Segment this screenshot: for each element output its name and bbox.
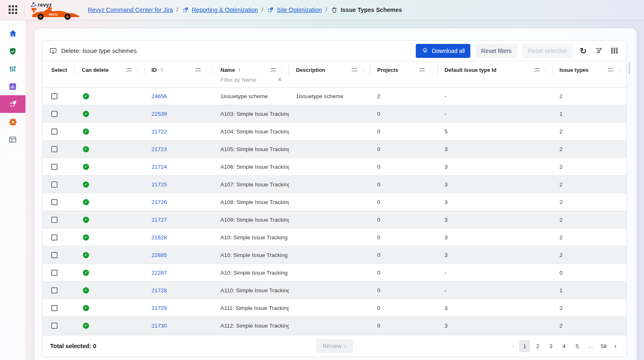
- cell-issue-types: 2: [552, 229, 626, 246]
- row-id-link[interactable]: 21725: [151, 181, 167, 188]
- can-delete-check-icon: ✓: [83, 234, 89, 241]
- breadcrumb: Revyz Command Center for Jira / Reportin…: [88, 7, 402, 14]
- refresh-button[interactable]: ↻: [578, 46, 589, 56]
- filter-menu-icon[interactable]: [419, 68, 425, 71]
- sidebar-item-data-protection[interactable]: [0, 42, 25, 60]
- row-id-link[interactable]: 21722: [151, 128, 167, 135]
- sidebar-item-settings[interactable]: [0, 113, 25, 131]
- reset-selection-button[interactable]: Reset selection: [522, 44, 573, 58]
- column-menu-icon[interactable]: ⋮: [616, 67, 622, 73]
- row-id-link[interactable]: 21730: [151, 323, 167, 329]
- sidebar-item-home[interactable]: [0, 25, 25, 42]
- page-button[interactable]: 58: [598, 340, 609, 352]
- row-id-link[interactable]: 21724: [151, 164, 167, 170]
- page-button[interactable]: 3: [545, 340, 556, 352]
- cell-name: A10: Simple Issue Tracking Issu: [213, 229, 289, 246]
- cell-name: A111: Simple Issue Tracking Iss: [213, 299, 289, 316]
- app-switcher-icon[interactable]: [9, 5, 18, 14]
- page-button[interactable]: 2: [532, 340, 543, 352]
- filter-menu-icon[interactable]: [270, 68, 276, 71]
- column-menu-icon[interactable]: ⋮: [135, 67, 140, 73]
- breadcrumb-link-reporting-optimization[interactable]: Reporting & Optimization: [182, 7, 258, 14]
- review-button[interactable]: Review ›: [316, 339, 353, 353]
- row-id-link[interactable]: 22539: [151, 111, 167, 117]
- filter-menu-icon[interactable]: [126, 68, 132, 71]
- cell-description: [289, 193, 370, 211]
- manage-columns-button[interactable]: [609, 46, 620, 56]
- row-id-link[interactable]: 22885: [151, 252, 167, 258]
- row-checkbox[interactable]: [51, 181, 57, 188]
- page-button[interactable]: 5: [572, 340, 582, 352]
- sidebar-item-app-window[interactable]: [0, 131, 25, 148]
- row-id-link[interactable]: 21726: [151, 199, 167, 205]
- breadcrumb-link-command-center[interactable]: Revyz Command Center for Jira: [88, 7, 173, 13]
- row-id-link[interactable]: 21729: [151, 305, 167, 311]
- cell-default-issue-type-id: 3: [438, 229, 552, 246]
- column-menu-icon[interactable]: ⋮: [543, 67, 548, 73]
- breadcrumb-current-issue-types-schemes: Issue Types Schemes: [331, 7, 402, 14]
- column-menu-icon[interactable]: ⋮: [428, 67, 433, 73]
- pagination-next-button[interactable]: ›: [612, 342, 619, 350]
- row-checkbox[interactable]: [51, 128, 57, 135]
- sidebar-item-analytics[interactable]: [0, 78, 25, 95]
- name-filter-input[interactable]: [220, 77, 274, 83]
- filter-menu-icon[interactable]: [352, 68, 358, 71]
- can-delete-check-icon: ✓: [83, 305, 89, 311]
- table-body: ✓ 24656 1issuetype scheme 1issuetype sch…: [43, 87, 626, 335]
- cell-description: [289, 264, 370, 281]
- row-checkbox[interactable]: [51, 234, 57, 241]
- row-checkbox[interactable]: [51, 146, 57, 152]
- sort-ascending-icon[interactable]: ↑: [238, 66, 241, 73]
- row-id-link[interactable]: 21628: [151, 234, 167, 241]
- cell-description: [289, 176, 370, 193]
- disable-filters-button[interactable]: [594, 46, 604, 56]
- filter-menu-icon[interactable]: [608, 68, 614, 71]
- row-id-link[interactable]: 21728: [151, 287, 167, 294]
- reset-filters-button[interactable]: Reset filters: [475, 44, 517, 58]
- page-button[interactable]: 4: [559, 340, 569, 352]
- cell-description: [289, 158, 370, 175]
- row-checkbox[interactable]: [51, 270, 57, 276]
- row-id-link[interactable]: 22287: [151, 270, 167, 276]
- row-checkbox[interactable]: [51, 252, 57, 258]
- rocket-icon: [9, 100, 17, 108]
- filter-off-icon: [595, 47, 603, 55]
- sidebar-item-configuration[interactable]: [0, 60, 25, 78]
- row-checkbox[interactable]: [51, 199, 57, 205]
- page-button[interactable]: 1: [519, 340, 530, 352]
- column-menu-icon[interactable]: ⋮: [204, 67, 209, 73]
- row-checkbox[interactable]: [51, 164, 57, 170]
- column-menu-icon[interactable]: ⋮: [360, 67, 366, 73]
- row-checkbox[interactable]: [51, 287, 57, 294]
- cell-can-delete: ✓: [75, 158, 144, 175]
- filter-menu-icon[interactable]: [195, 68, 201, 71]
- clear-filter-icon[interactable]: ✕: [277, 76, 282, 83]
- row-checkbox[interactable]: [51, 93, 57, 99]
- table-row: ✓ 21628 A10: Simple Issue Tracking Issu …: [43, 229, 626, 246]
- sort-icon[interactable]: ⇅: [160, 67, 164, 73]
- column-header-can-delete: Can delete ⋮: [75, 61, 144, 87]
- cell-default-issue-type-id: 3: [438, 193, 552, 211]
- row-id-link[interactable]: 21727: [151, 217, 167, 223]
- breadcrumb-separator: /: [176, 7, 178, 13]
- pagination-ellipsis: …: [585, 340, 596, 352]
- scrollbar-thumb[interactable]: [629, 63, 630, 73]
- cell-issue-types: 1: [552, 282, 626, 299]
- row-id-link[interactable]: 24656: [151, 93, 167, 99]
- filter-menu-icon[interactable]: [534, 68, 540, 71]
- breadcrumb-separator: /: [325, 7, 327, 13]
- cell-default-issue-type-id: -: [438, 282, 552, 299]
- row-checkbox[interactable]: [51, 323, 57, 329]
- cell-id: 21729: [144, 299, 213, 316]
- row-checkbox[interactable]: [51, 217, 57, 223]
- pagination-prev-button[interactable]: ‹: [510, 342, 517, 350]
- download-all-button[interactable]: Download all: [416, 44, 470, 58]
- row-id-link[interactable]: 21723: [151, 146, 167, 152]
- breadcrumb-link-site-optimization[interactable]: Site Optimization: [267, 7, 322, 14]
- row-checkbox[interactable]: [51, 111, 57, 117]
- sidebar-item-site-optimization[interactable]: [0, 95, 25, 113]
- cell-issue-types: 2: [552, 87, 626, 105]
- cell-issue-types: 2: [552, 123, 626, 140]
- column-menu-icon[interactable]: ⋮: [279, 67, 285, 73]
- row-checkbox[interactable]: [51, 305, 57, 311]
